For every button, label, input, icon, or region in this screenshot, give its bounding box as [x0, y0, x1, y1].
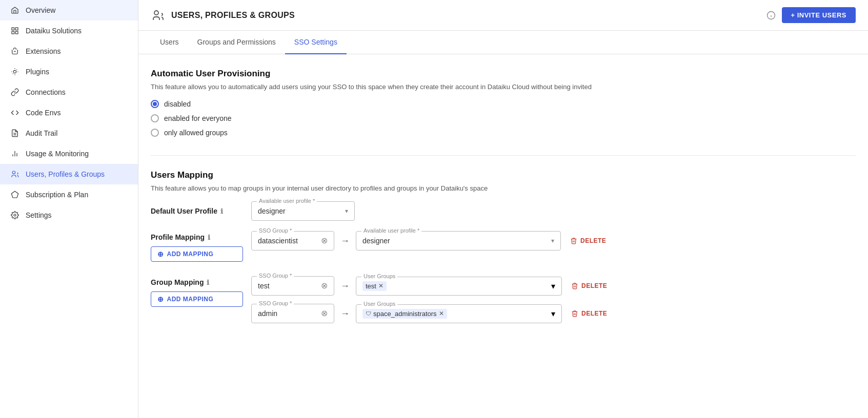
sso-group-input-0[interactable]: datascientist ⊗	[252, 232, 334, 250]
profile-mapping-info-icon[interactable]: ℹ	[208, 234, 210, 241]
delete-group-mapping-1[interactable]: DELETE	[568, 308, 610, 319]
default-profile-info-icon[interactable]: ℹ	[220, 207, 223, 215]
sidebar-item-settings[interactable]: Settings	[0, 205, 138, 225]
group-arrow-0: →	[340, 281, 350, 291]
radio-label-everyone: enabled for everyone	[164, 114, 232, 122]
tag-remove-0-0[interactable]: ✕	[378, 282, 383, 289]
auto-provisioning-title: Automatic User Provisioning	[151, 69, 856, 79]
add-group-mapping-button[interactable]: ⊕ ADD MAPPING	[151, 291, 243, 307]
sidebar-item-plugins[interactable]: Plugins	[0, 61, 138, 82]
group-sso-label-0: SSO Group *	[257, 273, 294, 279]
profile-mapping-row: Profile Mapping ℹ ⊕ ADD MAPPING SSO Grou…	[151, 231, 856, 262]
info-button[interactable]	[766, 11, 776, 20]
profile-mapping-row-0: SSO Group * datascientist ⊗ → Available …	[251, 231, 609, 250]
shield-tag-icon: 🛡	[366, 310, 371, 317]
sidebar-item-subscription-plan[interactable]: Subscription & Plan	[0, 184, 138, 205]
bar-chart-icon	[10, 149, 19, 158]
chevron-down-icon: ▾	[551, 237, 554, 244]
group-tags-label-1: User Groups	[361, 301, 397, 307]
group-sso-clear-0[interactable]: ⊗	[321, 282, 328, 290]
sidebar-item-code-envs[interactable]: Code Envs	[0, 102, 138, 123]
profile-mapping-label-col: Profile Mapping ℹ ⊕ ADD MAPPING	[151, 231, 243, 262]
tab-groups-permissions[interactable]: Groups and Permissions	[188, 31, 285, 54]
sidebar-item-label: Subscription & Plan	[26, 191, 88, 199]
plug-icon	[10, 67, 19, 76]
delete-profile-mapping-0[interactable]: DELETE	[567, 235, 609, 246]
svg-rect-1	[15, 28, 18, 30]
sidebar-item-connections[interactable]: Connections	[0, 82, 138, 102]
users-mapping-desc: This feature allows you to map groups in…	[151, 184, 856, 192]
users-mapping-section: Users Mapping This feature allows you to…	[151, 170, 856, 323]
delete-group-mapping-0[interactable]: DELETE	[568, 280, 610, 291]
group-tag-1-0: 🛡 space_administrators ✕	[362, 309, 447, 319]
chevron-down-icon: ▾	[345, 207, 348, 215]
profile-select-0[interactable]: designer ▾	[356, 232, 560, 250]
add-profile-mapping-button[interactable]: ⊕ ADD MAPPING	[151, 246, 243, 262]
puzzle-icon	[10, 47, 19, 56]
group-mapping-label-col: Group Mapping ℹ ⊕ ADD MAPPING	[151, 276, 243, 307]
default-profile-select-wrapper: Available user profile * designer ▾	[251, 201, 355, 221]
sidebar-item-label: Plugins	[26, 68, 49, 76]
sidebar-item-audit-trail[interactable]: Audit Trail	[0, 123, 138, 143]
users-mapping-title: Users Mapping	[151, 170, 856, 180]
profile-mapping-rows: SSO Group * datascientist ⊗ → Available …	[251, 231, 609, 250]
arrow-icon-0: →	[340, 236, 350, 246]
gear-icon	[10, 211, 19, 220]
group-mapping-row-1: SSO Group * admin ⊗ → User Groups	[251, 304, 610, 323]
home-icon	[10, 6, 19, 15]
tab-users[interactable]: Users	[151, 31, 188, 54]
diamond-icon	[10, 190, 19, 199]
radio-everyone[interactable]: enabled for everyone	[151, 114, 856, 122]
sidebar-item-dataiku-solutions[interactable]: Dataiku Solutions	[0, 20, 138, 41]
default-profile-value: designer	[258, 207, 286, 215]
radio-circle-disabled	[151, 100, 159, 108]
chevron-down-icon: ▾	[551, 281, 555, 291]
radio-circle-everyone	[151, 114, 159, 122]
group-tags-wrapper-1: User Groups 🛡 space_administrators ✕ ▾	[356, 304, 562, 323]
group-mapping-info-icon[interactable]: ℹ	[207, 279, 209, 286]
profile-select-wrapper-0: Available user profile * designer ▾	[356, 231, 561, 250]
group-sso-clear-1[interactable]: ⊗	[321, 309, 328, 318]
svg-point-12	[14, 214, 16, 216]
link-icon	[10, 88, 19, 97]
group-tag-0-0: test ✕	[362, 281, 387, 291]
page-content: Automatic User Provisioning This feature…	[138, 54, 868, 418]
sidebar-item-users-profiles-groups[interactable]: Users, Profiles & Groups	[0, 164, 138, 184]
auto-provisioning-desc: This feature allows you to automatically…	[151, 83, 856, 91]
group-tags-label-0: User Groups	[361, 273, 397, 279]
group-sso-input-1[interactable]: admin ⊗	[252, 304, 334, 323]
sidebar-item-extensions[interactable]: Extensions	[0, 41, 138, 61]
sidebar-item-overview[interactable]: Overview	[0, 0, 138, 20]
group-mapping-row-0: SSO Group * test ⊗ → User Groups	[251, 276, 610, 296]
tab-sso-settings[interactable]: SSO Settings	[285, 31, 347, 54]
default-user-profile-row: Default User Profile ℹ Available user pr…	[151, 201, 856, 221]
profile-mapping-label: Profile Mapping ℹ	[151, 233, 243, 241]
radio-circle-allowed-groups	[151, 129, 159, 137]
file-text-icon	[10, 129, 19, 138]
sso-group-label-0: SSO Group *	[257, 227, 294, 234]
sidebar-item-usage-monitoring[interactable]: Usage & Monitoring	[0, 143, 138, 164]
tag-remove-1-0[interactable]: ✕	[439, 310, 444, 317]
group-tags-input-0[interactable]: test ✕ ▾	[356, 277, 561, 295]
svg-rect-3	[15, 31, 18, 34]
sso-group-wrapper-0: SSO Group * datascientist ⊗	[251, 231, 334, 250]
svg-marker-11	[11, 191, 18, 198]
svg-point-4	[13, 70, 16, 73]
sidebar-item-label: Dataiku Solutions	[26, 27, 82, 35]
provisioning-radio-group: disabled enabled for everyone only allow…	[151, 100, 856, 137]
header-left: USERS, PROFILES & GROUPS	[151, 8, 295, 23]
auto-provisioning-section: Automatic User Provisioning This feature…	[151, 69, 856, 137]
group-tags-input-1[interactable]: 🛡 space_administrators ✕ ▾	[356, 305, 561, 323]
profile-field-label-0: Available user profile *	[361, 227, 421, 234]
default-profile-select[interactable]: designer ▾	[252, 202, 354, 220]
header-right: + INVITE USERS	[766, 7, 856, 23]
page-title: USERS, PROFILES & GROUPS	[171, 11, 295, 20]
group-sso-input-0[interactable]: test ⊗	[252, 277, 334, 295]
radio-label-disabled: disabled	[164, 100, 191, 108]
group-arrow-1: →	[340, 308, 350, 319]
radio-disabled[interactable]: disabled	[151, 100, 856, 108]
invite-users-button[interactable]: + INVITE USERS	[782, 7, 856, 23]
sso-group-clear-0[interactable]: ⊗	[321, 237, 328, 245]
radio-allowed-groups[interactable]: only allowed groups	[151, 129, 856, 137]
sidebar-item-label: Connections	[26, 88, 66, 96]
